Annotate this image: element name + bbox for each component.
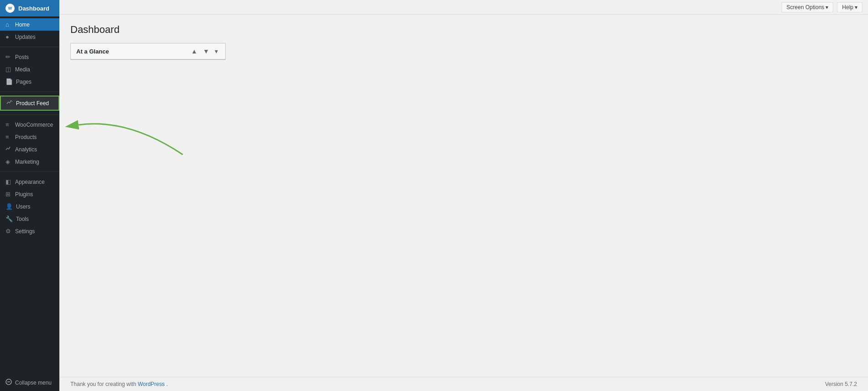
sidebar-item-woocommerce[interactable]: ≡ WooCommerce xyxy=(0,118,59,131)
footer: Thank you for creating with WordPress . … xyxy=(59,377,868,391)
tools-icon: 🔧 xyxy=(5,215,13,222)
sidebar-item-marketing[interactable]: ◈ Marketing xyxy=(0,155,59,168)
appearance-icon: ◧ xyxy=(5,178,12,185)
wp-logo-icon: W xyxy=(5,4,15,13)
content-area: Dashboard At a Glance ▲ ▼ ▾ xyxy=(59,15,868,377)
home-icon: ⌂ xyxy=(5,21,12,28)
product-feed-icon xyxy=(6,99,13,107)
plugins-icon: ⊞ xyxy=(5,191,12,198)
sidebar-item-analytics-label: Analytics xyxy=(15,146,37,153)
sidebar-item-media-label: Media xyxy=(15,66,30,73)
page-title: Dashboard xyxy=(70,24,857,36)
sidebar-item-appearance-label: Appearance xyxy=(15,179,45,185)
sidebar-item-settings[interactable]: ⚙ Settings xyxy=(0,225,59,237)
help-button[interactable]: Help ▾ xyxy=(837,2,863,12)
sidebar-divider-1 xyxy=(0,47,59,47)
footer-left: Thank you for creating with WordPress . xyxy=(70,381,168,387)
footer-period: . xyxy=(166,381,168,387)
main-area: Screen Options ▾ Help ▾ Dashboard At a G… xyxy=(59,0,868,391)
sidebar-item-plugins[interactable]: ⊞ Plugins xyxy=(0,188,59,200)
widget-title: At a Glance xyxy=(76,48,109,55)
settings-icon: ⚙ xyxy=(5,228,12,235)
marketing-icon: ◈ xyxy=(5,158,12,165)
sidebar-header[interactable]: W Dashboard xyxy=(0,0,59,16)
analytics-icon xyxy=(5,146,12,153)
sidebar-item-product-feed[interactable]: Product Feed xyxy=(0,96,59,111)
footer-version: Version 5.7.2 xyxy=(825,381,857,387)
sidebar-item-product-feed-label: Product Feed xyxy=(16,100,49,107)
sidebar-item-media[interactable]: ◫ Media xyxy=(0,63,59,75)
help-label: Help xyxy=(842,4,853,11)
sidebar-item-marketing-label: Marketing xyxy=(15,159,39,165)
topbar: Screen Options ▾ Help ▾ xyxy=(59,0,868,15)
sidebar-item-plugins-label: Plugins xyxy=(15,191,33,198)
sidebar-section-content: ✏ Posts ◫ Media 📄 Pages xyxy=(0,49,59,90)
sidebar-item-home[interactable]: ⌂ Home xyxy=(0,18,59,31)
sidebar-item-pages[interactable]: 📄 Pages xyxy=(0,75,59,88)
footer-wp-link[interactable]: WordPress xyxy=(138,381,164,387)
widget-collapse-up-button[interactable]: ▲ xyxy=(189,47,199,55)
sidebar-item-settings-label: Settings xyxy=(15,228,35,235)
products-icon: ≡ xyxy=(5,134,12,140)
sidebar-header-label: Dashboard xyxy=(18,5,49,12)
woocommerce-icon: ≡ xyxy=(5,121,12,128)
media-icon: ◫ xyxy=(5,66,12,73)
help-arrow-icon: ▾ xyxy=(855,4,857,11)
sidebar-section-woo: ≡ WooCommerce ≡ Products Analytics ◈ Mar… xyxy=(0,117,59,170)
collapse-menu-label: Collapse menu xyxy=(15,380,52,386)
sidebar-item-updates[interactable]: ● Updates xyxy=(0,31,59,43)
widget-controls: ▲ ▼ ▾ xyxy=(189,47,220,55)
sidebar-item-products-label: Products xyxy=(15,134,37,140)
sidebar-item-users[interactable]: 👤 Users xyxy=(0,200,59,213)
users-icon: 👤 xyxy=(5,203,13,210)
widget-collapse-down-button[interactable]: ▼ xyxy=(201,47,211,55)
sidebar-item-posts[interactable]: ✏ Posts xyxy=(0,51,59,63)
at-a-glance-widget: At a Glance ▲ ▼ ▾ xyxy=(70,43,226,60)
sidebar-item-products[interactable]: ≡ Products xyxy=(0,131,59,143)
sidebar-item-users-label: Users xyxy=(16,204,30,210)
widget-toggle-button[interactable]: ▾ xyxy=(213,47,220,55)
sidebar-item-updates-label: Updates xyxy=(15,34,36,40)
screen-options-arrow-icon: ▾ xyxy=(826,4,828,11)
screen-options-label: Screen Options xyxy=(787,4,825,11)
svg-text:W: W xyxy=(8,6,12,11)
sidebar-divider-2 xyxy=(0,91,59,92)
collapse-icon xyxy=(5,379,12,386)
sidebar-item-home-label: Home xyxy=(15,21,30,28)
sidebar-item-appearance[interactable]: ◧ Appearance xyxy=(0,176,59,188)
sidebar-item-analytics[interactable]: Analytics xyxy=(0,143,59,155)
sidebar: W Dashboard ⌂ Home ● Updates ✏ Posts ◫ M… xyxy=(0,0,59,391)
updates-icon: ● xyxy=(5,33,12,40)
pages-icon: 📄 xyxy=(5,78,13,85)
sidebar-section-admin: ◧ Appearance ⊞ Plugins 👤 Users 🔧 Tools ⚙… xyxy=(0,174,59,239)
sidebar-divider-4 xyxy=(0,171,59,172)
posts-icon: ✏ xyxy=(5,54,12,60)
screen-options-button[interactable]: Screen Options ▾ xyxy=(782,2,834,12)
sidebar-item-tools[interactable]: 🔧 Tools xyxy=(0,213,59,225)
sidebar-item-pages-label: Pages xyxy=(16,79,32,85)
collapse-menu-button[interactable]: Collapse menu xyxy=(0,374,59,391)
sidebar-item-posts-label: Posts xyxy=(15,54,29,60)
annotation-arrow xyxy=(59,15,868,377)
sidebar-item-tools-label: Tools xyxy=(16,216,29,222)
footer-thank-you-text: Thank you for creating with xyxy=(70,381,138,387)
sidebar-section-main: ⌂ Home ● Updates xyxy=(0,16,59,45)
sidebar-divider-3 xyxy=(0,114,59,115)
sidebar-section-product-feed: Product Feed xyxy=(0,94,59,112)
widget-header: At a Glance ▲ ▼ ▾ xyxy=(71,43,225,59)
sidebar-item-woocommerce-label: WooCommerce xyxy=(15,122,53,128)
